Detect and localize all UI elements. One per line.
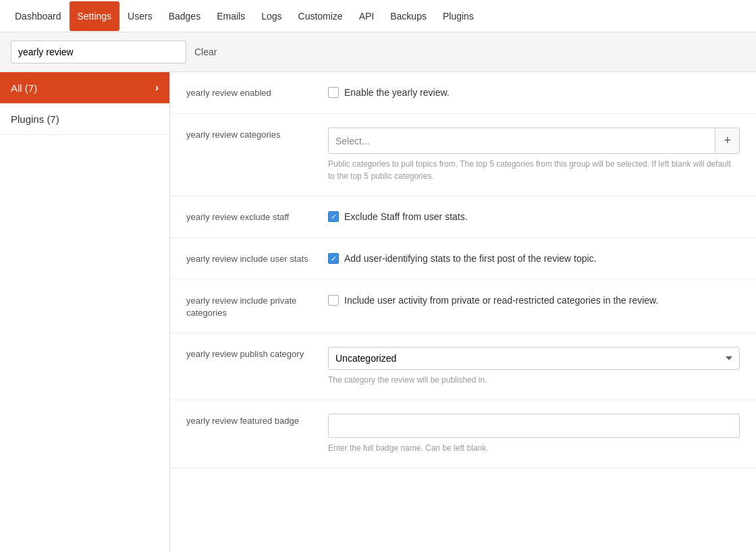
sidebar-plugins-label: Plugins (7) <box>11 113 59 125</box>
clear-button[interactable]: Clear <box>194 47 217 57</box>
checkbox-row-enabled: Enable the yearly review. <box>328 86 740 100</box>
setting-control-categories: Select... + Public categories to pull to… <box>328 128 740 182</box>
checkbox-exclude-staff-label: Exclude Staff from user stats. <box>344 210 468 224</box>
checkbox-row-user-stats: ✓ Add user-identifying stats to the firs… <box>328 252 740 266</box>
sidebar-all-label: All (7) <box>11 82 37 94</box>
nav-backups[interactable]: Backups <box>382 1 435 31</box>
categories-select[interactable]: Select... <box>329 130 715 152</box>
checkbox-user-stats-label: Add user-identifying stats to the first … <box>344 252 597 266</box>
setting-control-user-stats: ✓ Add user-identifying stats to the firs… <box>328 252 740 266</box>
sidebar-item-all[interactable]: All (7) › <box>0 72 169 104</box>
setting-label-enabled: yearly review enabled <box>186 86 328 99</box>
main-layout: All (7) › Plugins (7) yearly review enab… <box>0 72 756 552</box>
categories-select-plus: Select... + <box>328 128 740 154</box>
nav-emails[interactable]: Emails <box>209 1 253 31</box>
checkbox-user-stats[interactable]: ✓ <box>328 253 339 264</box>
checkbox-private-categories-label: Include user activity from private or re… <box>344 294 658 308</box>
setting-row-user-stats: yearly review include user stats ✓ Add u… <box>170 238 756 280</box>
checkbox-row-private-categories: Include user activity from private or re… <box>328 294 740 308</box>
setting-row-publish-category: yearly review publish category Uncategor… <box>170 333 756 400</box>
setting-row-enabled: yearly review enabled Enable the yearly … <box>170 72 756 114</box>
setting-control-private-categories: Include user activity from private or re… <box>328 294 740 308</box>
sidebar: All (7) › Plugins (7) <box>0 72 170 552</box>
checkmark-icon-2: ✓ <box>331 255 337 263</box>
nav-logs[interactable]: Logs <box>253 1 290 31</box>
publish-category-description: The category the review will be publishe… <box>328 374 740 386</box>
setting-label-publish-category: yearly review publish category <box>186 347 328 360</box>
setting-row-categories: yearly review categories Select... + Pub… <box>170 114 756 196</box>
setting-label-private-categories: yearly review include private categories <box>186 294 328 319</box>
checkbox-row-exclude-staff: ✓ Exclude Staff from user stats. <box>328 210 740 224</box>
top-navigation: Dashboard Settings Users Badges Emails L… <box>0 0 756 32</box>
categories-description: Public categories to pull topics from. T… <box>328 158 740 182</box>
checkmark-icon: ✓ <box>331 213 337 221</box>
setting-row-featured-badge: yearly review featured badge Enter the f… <box>170 400 756 468</box>
setting-row-private-categories: yearly review include private categories… <box>170 280 756 333</box>
publish-category-select[interactable]: Uncategorized <box>328 347 740 370</box>
checkbox-private-categories[interactable] <box>328 295 339 306</box>
nav-users[interactable]: Users <box>119 1 161 31</box>
setting-label-featured-badge: yearly review featured badge <box>186 414 328 427</box>
setting-label-categories: yearly review categories <box>186 128 328 141</box>
setting-label-exclude-staff: yearly review exclude staff <box>186 210 328 223</box>
setting-control-publish-category: Uncategorized The category the review wi… <box>328 347 740 386</box>
search-bar: Clear <box>0 32 756 72</box>
nav-settings[interactable]: Settings <box>70 1 120 31</box>
nav-badges[interactable]: Badges <box>161 1 209 31</box>
setting-label-user-stats: yearly review include user stats <box>186 252 328 265</box>
categories-add-button[interactable]: + <box>715 128 739 153</box>
setting-row-exclude-staff: yearly review exclude staff ✓ Exclude St… <box>170 196 756 238</box>
settings-content: yearly review enabled Enable the yearly … <box>170 72 756 552</box>
chevron-right-icon: › <box>155 82 159 94</box>
nav-customize[interactable]: Customize <box>290 1 351 31</box>
checkbox-enabled-label: Enable the yearly review. <box>344 86 450 100</box>
search-input[interactable] <box>11 40 186 63</box>
nav-plugins[interactable]: Plugins <box>435 1 482 31</box>
sidebar-item-plugins[interactable]: Plugins (7) <box>0 104 169 135</box>
setting-control-exclude-staff: ✓ Exclude Staff from user stats. <box>328 210 740 224</box>
checkbox-enabled[interactable] <box>328 87 339 98</box>
featured-badge-input[interactable] <box>328 414 740 438</box>
nav-api[interactable]: API <box>351 1 383 31</box>
setting-control-featured-badge: Enter the full badge name. Can be left b… <box>328 414 740 454</box>
featured-badge-description: Enter the full badge name. Can be left b… <box>328 442 740 454</box>
checkbox-exclude-staff[interactable]: ✓ <box>328 211 339 222</box>
nav-dashboard[interactable]: Dashboard <box>7 1 70 31</box>
setting-control-enabled: Enable the yearly review. <box>328 86 740 100</box>
